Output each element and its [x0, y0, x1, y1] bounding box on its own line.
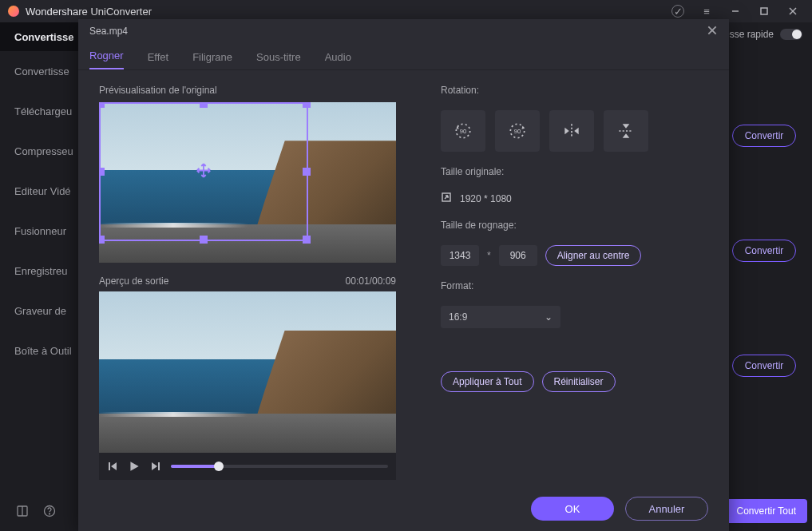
svg-marker-13: [152, 462, 157, 470]
original-size-label: Taille originale:: [441, 166, 708, 177]
window-maximize-icon[interactable]: [753, 0, 775, 22]
sidebar-item-toolbox[interactable]: Boîte à Outil: [0, 331, 78, 371]
crop-handle-tr[interactable]: [303, 102, 311, 108]
svg-marker-12: [130, 462, 138, 470]
tab-watermark[interactable]: Filigrane: [192, 51, 232, 69]
sidebar-item-converter[interactable]: Convertisse: [0, 51, 78, 91]
crop-handle-bl[interactable]: [99, 236, 105, 244]
editor-tabs: Rogner Effet Filigrane Sous-titre Audio: [78, 43, 729, 70]
svg-rect-1: [761, 8, 767, 14]
tab-crop[interactable]: Rogner: [89, 50, 124, 69]
svg-marker-11: [111, 462, 117, 470]
high-speed-toggle[interactable]: [780, 29, 802, 40]
convert-button-2[interactable]: Convertir: [732, 240, 796, 262]
sidebar: Convertisse Convertisse Téléchargeu Comp…: [0, 22, 78, 531]
svg-text:90: 90: [514, 128, 521, 135]
play-button[interactable]: [128, 460, 141, 473]
crop-height-input[interactable]: [499, 245, 537, 266]
crop-editor-modal: Sea.mp4 Rogner Effet Filigrane Sous-titr…: [78, 19, 729, 531]
modal-close-icon[interactable]: [707, 25, 718, 38]
apply-all-button[interactable]: Appliquer à Tout: [441, 371, 534, 392]
window-close-icon[interactable]: [782, 0, 804, 22]
move-icon: [195, 162, 212, 182]
crop-handle-l[interactable]: [99, 168, 105, 176]
crop-frame[interactable]: [99, 102, 308, 241]
sidebar-item-downloader[interactable]: Téléchargeu: [0, 91, 78, 131]
svg-rect-14: [158, 462, 160, 470]
rotate-ccw-button[interactable]: 90: [441, 110, 485, 152]
svg-rect-10: [109, 462, 110, 470]
next-frame-button[interactable]: [150, 461, 161, 472]
crop-handle-br[interactable]: [303, 236, 311, 244]
playback-controls: [99, 453, 396, 481]
flip-vertical-button[interactable]: [604, 110, 648, 152]
reset-button[interactable]: Réinitialiser: [542, 371, 616, 392]
original-preview-label: Prévisualisation de l'original: [99, 85, 396, 96]
ok-button[interactable]: OK: [531, 497, 614, 521]
crop-handle-b[interactable]: [200, 236, 208, 244]
playback-time: 00:01/00:09: [346, 275, 396, 287]
convert-button-1[interactable]: Convertir: [732, 125, 796, 147]
chevron-down-icon: ⌄: [545, 311, 553, 323]
sidebar-header[interactable]: Convertisse: [0, 22, 78, 51]
svg-marker-21: [574, 128, 578, 135]
output-preview-label: Aperçu de sortie: [99, 275, 168, 287]
expand-icon[interactable]: [441, 192, 452, 205]
modal-filename: Sea.mp4: [89, 26, 128, 37]
sidebar-item-merger[interactable]: Fusionneur: [0, 211, 78, 251]
convert-all-button[interactable]: Convertir Tout: [726, 499, 807, 523]
guide-icon[interactable]: [16, 505, 29, 520]
align-center-button[interactable]: Aligner au centre: [545, 245, 642, 266]
tab-effect[interactable]: Effet: [148, 51, 169, 69]
output-preview: [99, 291, 396, 452]
aspect-ratio-select[interactable]: 16:9 ⌄: [441, 306, 560, 328]
sidebar-item-burner[interactable]: Graveur de: [0, 291, 78, 331]
speed-label: esse rapide: [724, 29, 774, 40]
rotate-cw-button[interactable]: 90: [495, 110, 540, 152]
original-size-value: 1920 * 1080: [460, 193, 512, 204]
sidebar-item-compressor[interactable]: Compresseu: [0, 131, 78, 171]
crop-size-label: Taille de rognage:: [441, 220, 708, 231]
crop-handle-t[interactable]: [200, 102, 208, 108]
format-label: Format:: [441, 280, 708, 291]
tab-subtitle[interactable]: Sous-titre: [256, 51, 301, 69]
playback-slider[interactable]: [171, 465, 388, 468]
svg-marker-24: [623, 133, 630, 137]
rotation-label: Rotation:: [441, 85, 708, 96]
multiply-icon: *: [487, 250, 491, 261]
original-preview[interactable]: [99, 102, 396, 263]
svg-marker-20: [564, 128, 568, 135]
crop-width-input[interactable]: [441, 245, 479, 266]
svg-point-7: [50, 513, 50, 514]
app-title: Wondershare UniConverter: [26, 6, 152, 18]
crop-handle-tl[interactable]: [99, 102, 105, 108]
help-icon[interactable]: [43, 505, 56, 520]
aspect-ratio-value: 16:9: [449, 311, 467, 323]
cancel-button[interactable]: Annuler: [625, 497, 708, 521]
crop-handle-r[interactable]: [303, 168, 311, 176]
svg-text:90: 90: [460, 128, 466, 135]
sidebar-item-recorder[interactable]: Enregistreu: [0, 251, 78, 291]
flip-horizontal-button[interactable]: [549, 110, 594, 152]
svg-marker-23: [623, 124, 630, 128]
sidebar-item-video-editor[interactable]: Editeur Vidé: [0, 171, 78, 211]
app-logo-icon: [8, 6, 19, 17]
convert-button-3[interactable]: Convertir: [732, 355, 796, 377]
tab-audio[interactable]: Audio: [325, 51, 351, 69]
prev-frame-button[interactable]: [107, 461, 118, 472]
